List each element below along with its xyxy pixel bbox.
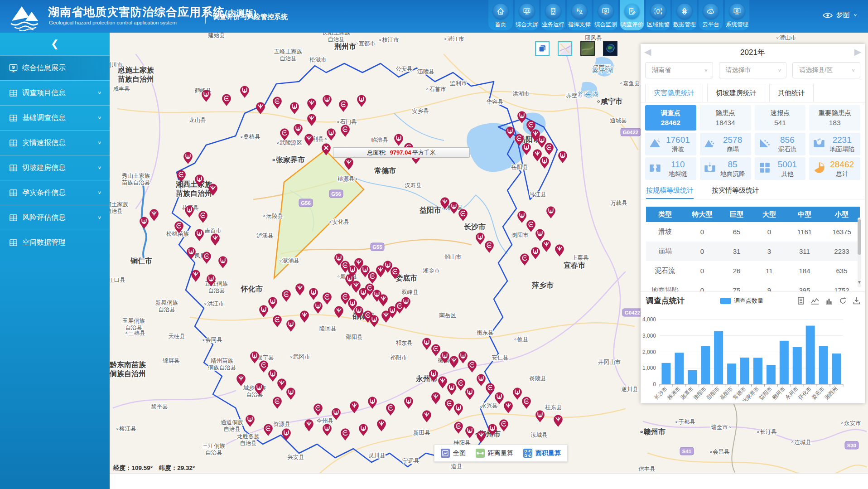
stat-card-速报点[interactable]: 速报点541 [755, 105, 806, 131]
map-label: 恩施土家族 [117, 66, 154, 74]
road-badge: G0422 [622, 309, 642, 316]
hazard-stat-总计[interactable]: 28462总计 [809, 157, 860, 180]
bar-常德市[interactable] [740, 358, 749, 384]
survey-bar-chart[interactable]: 01,0002,0003,0004,000长沙市株洲市湘潭市衡阳市邵阳市岳阳市常… [641, 306, 864, 401]
main-nav: 首页综合大屏业务运行指挥支撑综合监测调查评价区域预警数据管理云平台系统管理 [488, 0, 749, 33]
layers-icon[interactable] [535, 41, 550, 56]
region-select-1[interactable]: 请选择市∨ [719, 62, 787, 78]
map-label: 通城县 [610, 117, 627, 124]
nav-item-综合监测[interactable]: 综合监测 [593, 0, 618, 30]
sidebar-item-灾情速报信息[interactable]: 灾情速报信息∨ [0, 130, 110, 155]
map-label: ∘永安市 [840, 420, 861, 426]
svg-text:G56: G56 [331, 191, 341, 197]
hazard-type-stats: 17601滑坡2578崩塌856泥石流2231地面塌陷110地裂缝85地面沉降5… [641, 131, 865, 180]
map-label: 自治县 [208, 287, 225, 294]
region-select-2[interactable]: 请选择县/区∨ [792, 62, 860, 78]
x-axis-label: 郴州市 [771, 386, 786, 401]
hazard-stat-泥石流[interactable]: 856泥石流 [755, 133, 806, 155]
satellite-thumbnail[interactable] [580, 41, 595, 56]
bar-岳阳市[interactable] [727, 363, 736, 384]
subtab-按灾情等级统计[interactable]: 按灾情等级统计 [712, 186, 759, 199]
map-label: ∘武陵源区 [276, 140, 302, 146]
bar-长沙市[interactable] [661, 363, 670, 384]
roadmap-thumbnail[interactable] [558, 41, 572, 56]
stat-card-重要隐患点[interactable]: 重要隐患点183 [809, 105, 860, 131]
map-label: 汉寿县 [405, 182, 422, 189]
nav-item-指挥支撑[interactable]: 指挥支撑 [567, 0, 592, 30]
cloud-icon [703, 4, 719, 19]
nav-item-区域预警[interactable]: 区域预警 [646, 0, 670, 30]
nav-item-首页[interactable]: 首页 [488, 0, 513, 30]
nav-item-label: 综合监测 [594, 21, 617, 29]
hazard-stat-地裂缝[interactable]: 110地裂缝 [645, 157, 696, 180]
map-measure-toolbar[interactable]: 全图距离量算面积量算 [434, 445, 568, 462]
sidebar-item-调查项目信息[interactable]: 调查项目信息∨ [0, 80, 110, 105]
bar-株洲市[interactable] [675, 353, 684, 384]
user-menu[interactable]: 梦图 ∨ [823, 11, 857, 19]
nav-item-云平台[interactable]: 云平台 [699, 0, 723, 30]
table-cell: 311 [786, 242, 824, 261]
bar-娄底市[interactable] [819, 346, 828, 384]
scroll-down-icon[interactable]: ▼ [857, 280, 862, 285]
sidebar-item-综合信息展示[interactable]: 综合信息展示 [0, 55, 110, 80]
year-next-button[interactable]: ▶ [854, 46, 861, 58]
bar-永州市[interactable] [793, 347, 802, 384]
hazard-stat-滑坡[interactable]: 17601滑坡 [645, 133, 696, 155]
bar-益阳市[interactable] [767, 365, 776, 384]
nav-item-label: 综合大屏 [516, 21, 538, 29]
year-prev-button[interactable]: ◀ [644, 46, 651, 58]
globe-thumbnail[interactable] [603, 41, 617, 56]
bar-怀化市[interactable] [806, 326, 815, 384]
hazard-stat-其他[interactable]: 5001其他 [755, 157, 806, 180]
region-select-0[interactable]: 湖南省∨ [645, 62, 713, 78]
hazard-stat-地面塌陷[interactable]: 2231地面塌陷 [809, 133, 860, 155]
hazard-stat-崩塌[interactable]: 2578崩塌 [700, 133, 751, 155]
refresh-icon[interactable] [839, 297, 847, 305]
bar-chart-icon[interactable] [825, 297, 833, 305]
line-chart-icon[interactable] [811, 297, 819, 305]
bar-湘西州[interactable] [832, 353, 841, 384]
stat-card-隐患点[interactable]: 隐患点18434 [700, 105, 751, 131]
map-tool-icon [441, 449, 450, 458]
tab-灾害隐患统计[interactable]: 灾害隐患统计 [645, 84, 703, 102]
map-tool-全图[interactable]: 全图 [441, 449, 466, 458]
nav-item-数据管理[interactable]: 数据管理 [672, 0, 697, 30]
data-view-icon[interactable] [797, 297, 805, 305]
sidebar-item-孕灾条件信息[interactable]: 孕灾条件信息∨ [0, 180, 110, 205]
hazard-stat-text: 28462总计 [826, 160, 858, 178]
hazard-stat-text: 5001其他 [772, 160, 803, 178]
map-tool-面积量算[interactable]: 面积量算 [523, 449, 561, 458]
tab-其他统计[interactable]: 其他统计 [769, 84, 814, 102]
stat-card-调查点[interactable]: 调查点28462 [645, 105, 696, 131]
app-subtitle-en: Geological hazard protection control app… [49, 20, 177, 25]
table-scrollbar[interactable] [858, 218, 861, 287]
table-icon [9, 114, 18, 122]
stat-card-label: 速报点 [770, 109, 790, 117]
tab-切坡建房统计[interactable]: 切坡建房统计 [707, 84, 765, 102]
download-icon[interactable] [853, 297, 860, 305]
map-tool-距离量算[interactable]: 距离量算 [476, 449, 513, 458]
bar-邵阳市[interactable] [714, 331, 723, 384]
nav-item-综合大屏[interactable]: 综合大屏 [515, 0, 539, 30]
bar-湘潭市[interactable] [688, 370, 697, 384]
sidebar-item-风险评估信息[interactable]: 风险评估信息∨ [0, 205, 110, 230]
sidebar-item-基础调查信息[interactable]: 基础调查信息∨ [0, 105, 110, 130]
bar-衡阳市[interactable] [701, 346, 710, 384]
bar-张家界市[interactable] [753, 358, 762, 384]
map-label: 自治县 [223, 426, 241, 432]
nav-item-调查评价[interactable]: 调查评价 [620, 0, 644, 30]
chart-legend[interactable]: 调查点数量 [720, 297, 763, 305]
nav-item-业务运行[interactable]: 业务运行 [541, 0, 565, 30]
sidebar-item-切坡建房信息[interactable]: 切坡建房信息∨ [0, 155, 110, 180]
subtab-按规模等级统计[interactable]: 按规模等级统计 [646, 186, 694, 199]
sidebar-item-空间数据管理[interactable]: 空间数据管理 [0, 230, 110, 255]
layer-switcher[interactable] [535, 41, 617, 56]
table-icon [9, 213, 18, 222]
sidebar-collapse-button[interactable]: ❮ [0, 33, 110, 55]
sidebar-item-label: 综合信息展示 [22, 63, 66, 73]
bar-郴州市[interactable] [780, 341, 789, 384]
y-axis-tick: 3,000 [642, 333, 656, 339]
nav-item-系统管理[interactable]: 系统管理 [725, 0, 749, 30]
hazard-stat-地面沉降[interactable]: 85地面沉降 [700, 157, 751, 180]
map-tool-icon [523, 449, 532, 458]
